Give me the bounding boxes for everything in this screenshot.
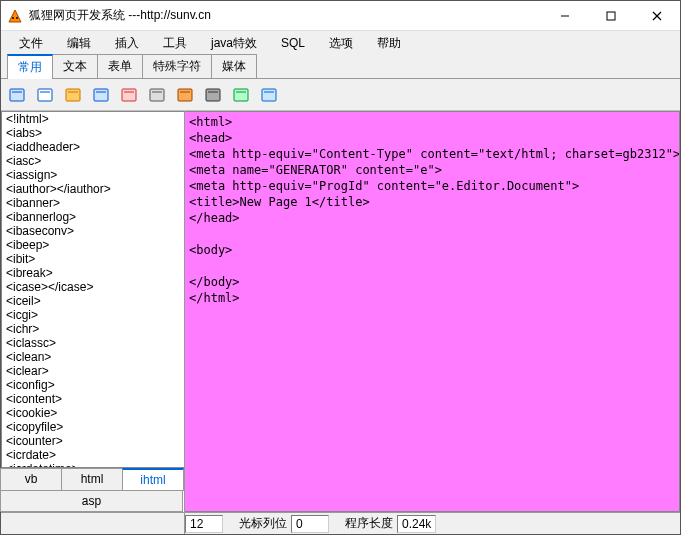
- menu-编辑[interactable]: 编辑: [57, 32, 101, 55]
- window-title: 狐狸网页开发系统 ---http://sunv.cn: [29, 7, 542, 24]
- menu-java特效[interactable]: java特效: [201, 32, 267, 55]
- list-item[interactable]: <iclean>: [2, 350, 184, 364]
- status-len-label: 程序长度: [341, 515, 397, 532]
- toolbar-t1-icon[interactable]: [35, 85, 55, 105]
- svg-rect-6: [10, 89, 24, 101]
- svg-rect-16: [150, 89, 164, 101]
- list-item[interactable]: <iaddheader>: [2, 140, 184, 154]
- list-item[interactable]: <icopyfile>: [2, 420, 184, 434]
- status-len: 程序长度 0.24k: [341, 513, 436, 534]
- main-area: <!ihtml><iabs><iaddheader><iasc><iassign…: [1, 111, 680, 512]
- status-col-label: 光标列位: [235, 515, 291, 532]
- toolbar-t8-icon[interactable]: [231, 85, 251, 105]
- tab-媒体[interactable]: 媒体: [211, 54, 257, 78]
- toolbar-t2-icon[interactable]: [63, 85, 83, 105]
- window-controls: [542, 1, 680, 30]
- list-item[interactable]: <ibit>: [2, 252, 184, 266]
- status-col: 光标列位 0: [235, 513, 329, 534]
- svg-rect-14: [122, 89, 136, 101]
- svg-rect-12: [94, 89, 108, 101]
- svg-rect-3: [607, 12, 615, 20]
- category-tabs: 常用文本表单特殊字符媒体: [1, 55, 680, 79]
- sidebar: <!ihtml><iabs><iaddheader><iasc><iassign…: [1, 111, 185, 512]
- svg-point-1: [16, 17, 18, 19]
- svg-rect-22: [234, 89, 248, 101]
- list-item[interactable]: <ibaseconv>: [2, 224, 184, 238]
- toolbar-t6-icon[interactable]: [175, 85, 195, 105]
- svg-rect-18: [178, 89, 192, 101]
- menubar: 文件编辑插入工具java特效SQL选项帮助: [1, 31, 680, 55]
- tag-list[interactable]: <!ihtml><iabs><iaddheader><iasc><iassign…: [1, 111, 184, 468]
- lang-tab-ihtml[interactable]: ihtml: [122, 468, 184, 491]
- tab-常用[interactable]: 常用: [7, 54, 53, 79]
- list-item[interactable]: <icgi>: [2, 308, 184, 322]
- toolbar-t7-icon[interactable]: [203, 85, 223, 105]
- menu-选项[interactable]: 选项: [319, 32, 363, 55]
- maximize-button[interactable]: [588, 1, 634, 30]
- language-tabs: vbhtmlihtmlasp: [1, 468, 184, 512]
- tab-文本[interactable]: 文本: [52, 54, 98, 78]
- close-button[interactable]: [634, 1, 680, 30]
- list-item[interactable]: <iconfig>: [2, 378, 184, 392]
- list-item[interactable]: <iclassc>: [2, 336, 184, 350]
- toolbar-t3-icon[interactable]: [91, 85, 111, 105]
- list-item[interactable]: <ibannerlog>: [2, 210, 184, 224]
- svg-point-0: [12, 17, 14, 19]
- minimize-button[interactable]: [542, 1, 588, 30]
- app-window: 狐狸网页开发系统 ---http://sunv.cn 文件编辑插入工具java特…: [0, 0, 681, 535]
- lang-tab-html[interactable]: html: [61, 468, 123, 491]
- list-item[interactable]: <iauthor></iauthor>: [2, 182, 184, 196]
- list-item[interactable]: <ibreak>: [2, 266, 184, 280]
- list-item[interactable]: <!ihtml>: [2, 112, 184, 126]
- list-item[interactable]: <icrdate>: [2, 448, 184, 462]
- list-item[interactable]: <icase></icase>: [2, 280, 184, 294]
- list-item[interactable]: <icookie>: [2, 406, 184, 420]
- titlebar[interactable]: 狐狸网页开发系统 ---http://sunv.cn: [1, 1, 680, 31]
- toolbar-t5-icon[interactable]: [147, 85, 167, 105]
- lang-tab-asp[interactable]: asp: [0, 490, 183, 512]
- code-editor[interactable]: <html> <head> <meta http-equiv="Content-…: [185, 111, 680, 512]
- list-item[interactable]: <iclear>: [2, 364, 184, 378]
- toolbar: [1, 79, 680, 111]
- menu-SQL[interactable]: SQL: [271, 33, 315, 53]
- svg-rect-8: [38, 89, 52, 101]
- statusbar: 12 光标列位 0 程序长度 0.24k: [1, 512, 680, 534]
- tab-表单[interactable]: 表单: [97, 54, 143, 78]
- toolbar-t4-icon[interactable]: [119, 85, 139, 105]
- list-item[interactable]: <ibanner>: [2, 196, 184, 210]
- menu-插入[interactable]: 插入: [105, 32, 149, 55]
- status-col-value: 0: [291, 515, 329, 533]
- svg-rect-24: [262, 89, 276, 101]
- menu-工具[interactable]: 工具: [153, 32, 197, 55]
- lang-tab-vb[interactable]: vb: [0, 468, 62, 491]
- status-line: 12: [185, 513, 223, 534]
- status-spacer: [1, 513, 185, 534]
- list-item[interactable]: <ichr>: [2, 322, 184, 336]
- status-len-value: 0.24k: [397, 515, 436, 533]
- svg-rect-10: [66, 89, 80, 101]
- menu-文件[interactable]: 文件: [9, 32, 53, 55]
- menu-帮助[interactable]: 帮助: [367, 32, 411, 55]
- status-line-value: 12: [185, 515, 223, 533]
- list-item[interactable]: <icontent>: [2, 392, 184, 406]
- list-item[interactable]: <iassign>: [2, 168, 184, 182]
- list-item[interactable]: <ibeep>: [2, 238, 184, 252]
- list-item[interactable]: <iasc>: [2, 154, 184, 168]
- list-item[interactable]: <iabs>: [2, 126, 184, 140]
- list-item[interactable]: <iceil>: [2, 294, 184, 308]
- toolbar-t0-icon[interactable]: [7, 85, 27, 105]
- toolbar-t9-icon[interactable]: [259, 85, 279, 105]
- app-icon: [7, 8, 23, 24]
- list-item[interactable]: <icounter>: [2, 434, 184, 448]
- tab-特殊字符[interactable]: 特殊字符: [142, 54, 212, 78]
- svg-rect-20: [206, 89, 220, 101]
